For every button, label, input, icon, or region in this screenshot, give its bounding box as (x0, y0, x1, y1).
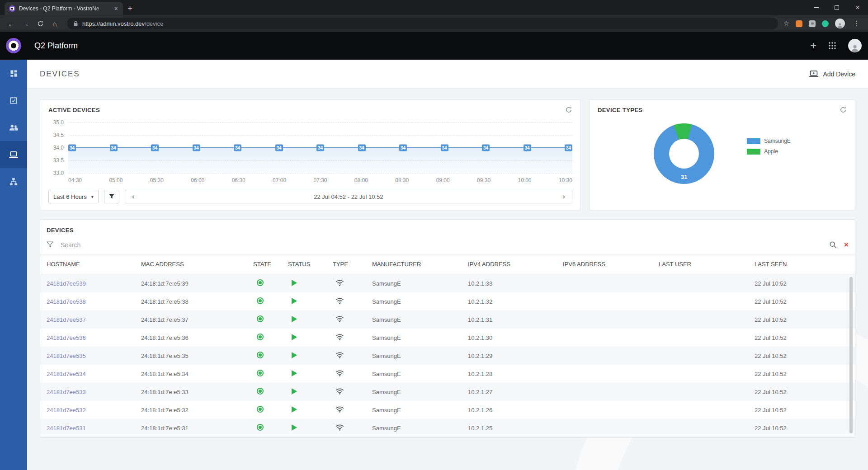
bookmark-star-icon[interactable]: ☆ (783, 19, 789, 28)
x-axis-tick: 07:00 (273, 177, 286, 183)
status-play-icon (292, 388, 297, 395)
legend-item: SamsungE (747, 138, 791, 144)
search-input[interactable] (61, 241, 822, 249)
data-point-label: 34 (524, 145, 531, 151)
manufacturer-cell: SamsungE (372, 280, 468, 287)
add-icon[interactable]: + (810, 40, 816, 51)
add-device-button[interactable]: Add Device (809, 70, 855, 78)
column-header: LAST USER (659, 261, 755, 268)
reload-button[interactable] (33, 17, 47, 30)
filter-funnel-icon[interactable] (47, 241, 53, 248)
active-devices-card: ACTIVE DEVICES 35.034.534.033.533.0 (40, 99, 581, 210)
manufacturer-cell: SamsungE (372, 425, 468, 432)
table-row[interactable]: 24181d7ee535 24:18:1d:7e:e5:35 SamsungE … (40, 347, 855, 365)
manufacturer-cell: SamsungE (372, 298, 468, 305)
sidebar-item-dashboard[interactable] (0, 60, 27, 87)
window-maximize-button[interactable] (826, 0, 847, 15)
pager-next-button[interactable]: › (556, 190, 572, 203)
table-row[interactable]: 24181d7ee534 24:18:1d:7e:e5:34 SamsungE … (40, 365, 855, 383)
hostname-link[interactable]: 24181d7ee538 (47, 298, 86, 305)
last-seen-cell: 22 Jul 10:52 (755, 298, 849, 305)
table-row[interactable]: 24181d7ee539 24:18:1d:7e:e5:39 SamsungE … (40, 274, 855, 292)
hostname-link[interactable]: 24181d7ee531 (47, 425, 86, 432)
reload-icon (37, 20, 44, 27)
person-icon (837, 22, 843, 28)
home-button[interactable]: ⌂ (48, 17, 61, 30)
pager-prev-button[interactable]: ‹ (125, 190, 142, 203)
browser-tab[interactable]: Devices - Q2 Platform - VostroNe × (5, 2, 123, 15)
table-row[interactable]: 24181d7ee536 24:18:1d:7e:e5:36 SamsungE … (40, 329, 855, 347)
back-button[interactable]: ← (5, 17, 18, 30)
x-axis-tick: 05:30 (150, 177, 164, 183)
table-scrollbar[interactable] (849, 277, 853, 433)
ipv4-cell: 10.2.1.27 (468, 389, 563, 395)
page-header: DEVICES Add Device (27, 60, 868, 89)
hostname-link[interactable]: 24181d7ee535 (47, 352, 86, 359)
clear-search-icon[interactable]: × (844, 241, 849, 249)
gridline (68, 135, 572, 136)
filter-funnel-icon (108, 193, 115, 200)
search-icon[interactable] (829, 241, 837, 249)
data-point-markers: 34343434343434343434343434 (68, 145, 572, 151)
person-icon (850, 43, 859, 52)
hostname-cell: 24181d7ee533 (47, 389, 141, 395)
tab-close-icon[interactable]: × (113, 5, 119, 13)
x-axis-tick: 05:00 (109, 177, 123, 183)
app-shell: DEVICES Add Device ACTIVE DEVICES (0, 60, 868, 470)
table-row[interactable]: 24181d7ee531 24:18:1d:7e:e5:31 SamsungE … (40, 419, 855, 437)
hostname-cell: 24181d7ee532 (47, 407, 141, 414)
status-cell (288, 280, 333, 287)
y-axis-tick: 34.5 (48, 132, 64, 138)
state-online-icon (257, 279, 264, 286)
hostname-link[interactable]: 24181d7ee533 (47, 389, 86, 395)
table-row[interactable]: 24181d7ee537 24:18:1d:7e:e5:37 SamsungE … (40, 310, 855, 329)
chart-legend: SamsungE Apple (747, 138, 791, 184)
window-close-button[interactable]: × (847, 0, 868, 15)
status-cell (288, 298, 333, 306)
new-tab-button[interactable]: + (123, 4, 138, 15)
donut-chart: 31 SamsungE (598, 118, 847, 184)
extension-icon-orange[interactable] (796, 20, 802, 27)
apps-grid-icon[interactable] (828, 42, 836, 50)
table-row[interactable]: 24181d7ee538 24:18:1d:7e:e5:38 SamsungE … (40, 292, 855, 310)
browser-menu-icon[interactable]: ⋮ (851, 19, 862, 28)
main-area: DEVICES Add Device ACTIVE DEVICES (27, 60, 868, 470)
y-axis-tick: 35.0 (48, 119, 64, 126)
extension-icon-green[interactable] (822, 20, 829, 27)
browser-profile-avatar[interactable] (835, 19, 845, 28)
favicon-icon (9, 5, 15, 12)
sidebar-item-tasks[interactable] (0, 87, 27, 114)
hostname-link[interactable]: 24181d7ee532 (47, 407, 86, 414)
hostname-link[interactable]: 24181d7ee536 (47, 334, 86, 341)
data-point-label: 34 (399, 145, 407, 151)
last-seen-cell: 22 Jul 10:52 (755, 280, 849, 287)
hostname-link[interactable]: 24181d7ee537 (47, 316, 86, 323)
forward-button[interactable]: → (19, 17, 33, 30)
mac-cell: 24:18:1d:7e:e5:33 (141, 389, 253, 395)
sidebar (0, 60, 27, 470)
table-row[interactable]: 24181d7ee533 24:18:1d:7e:e5:33 SamsungE … (40, 383, 855, 401)
sidebar-item-users[interactable] (0, 114, 27, 141)
manufacturer-cell: SamsungE (372, 352, 468, 359)
status-cell (288, 424, 333, 432)
chart-filter-button[interactable] (104, 190, 119, 203)
refresh-button[interactable] (565, 106, 572, 113)
table-row[interactable]: 24181d7ee532 24:18:1d:7e:e5:32 SamsungE … (40, 401, 855, 419)
url-bar[interactable]: https://admin.vostro.dev/device (67, 18, 778, 29)
device-types-title: DEVICE TYPES (598, 107, 642, 113)
wifi-icon (335, 406, 344, 413)
hostname-link[interactable]: 24181d7ee534 (47, 371, 86, 377)
window-minimize-button[interactable] (806, 0, 826, 15)
time-range-select[interactable]: Last 6 Hours ▾ (48, 190, 99, 203)
sidebar-item-devices[interactable] (0, 141, 27, 168)
refresh-button[interactable] (840, 106, 847, 113)
refresh-icon (840, 106, 847, 113)
extension-icon-camera[interactable] (809, 20, 816, 27)
type-cell (333, 406, 372, 414)
type-cell (333, 388, 372, 396)
camera-lens-icon (811, 22, 814, 25)
user-avatar[interactable] (848, 39, 862, 52)
column-header: IPV4 ADDRESS (468, 261, 563, 268)
hostname-link[interactable]: 24181d7ee539 (47, 280, 86, 287)
sidebar-item-network[interactable] (0, 168, 27, 195)
